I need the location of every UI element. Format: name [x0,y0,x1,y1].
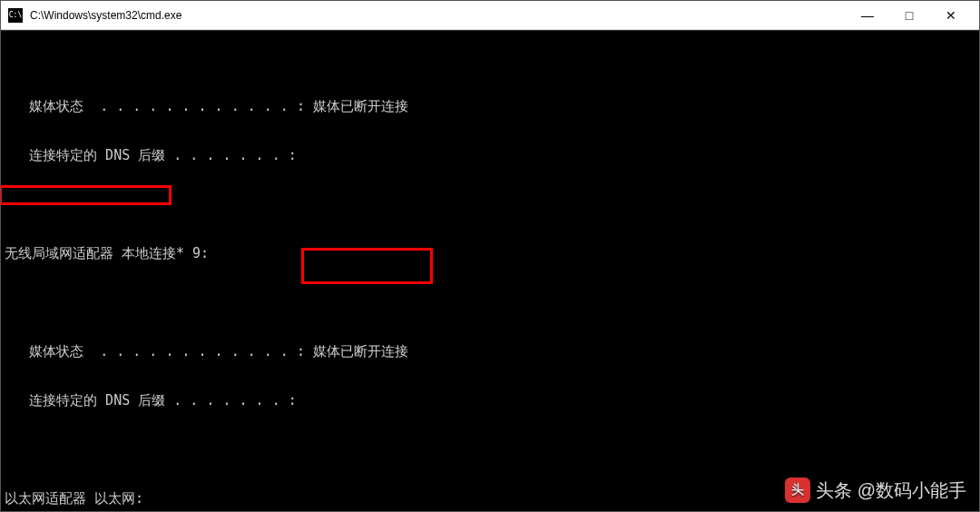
adapter-header-ethernet: 以太网适配器 以太网: [5,490,143,507]
adapter-header: 无线局域网适配器 本地连接* 9: [5,245,209,261]
maximize-button[interactable]: □ [888,1,930,30]
media-state-label: 媒体状态 . . . . . . . . . . . . : [5,343,305,359]
terminal-output[interactable]: 媒体状态 . . . . . . . . . . . . : 媒体已断开连接 连… [1,30,979,511]
dns-suffix-label: 连接特定的 DNS 后缀 . . . . . . . : [5,392,297,409]
toutiao-logo-icon: 头 [785,478,810,503]
window-controls: — □ ✕ [847,1,972,30]
watermark: 头 头条 @数码小能手 [785,478,966,503]
media-state-value: 媒体已断开连接 [305,343,408,359]
cmd-window: C:\ C:\Windows\system32\cmd.exe — □ ✕ 媒体… [0,0,980,512]
titlebar[interactable]: C:\ C:\Windows\system32\cmd.exe — □ ✕ [1,1,979,30]
close-button[interactable]: ✕ [930,1,972,30]
media-state-value: 媒体已断开连接 [305,98,408,114]
cmd-icon: C:\ [8,8,23,23]
watermark-handle: @数码小能手 [858,478,966,503]
dns-suffix-label: 连接特定的 DNS 后缀 . . . . . . . : [5,147,297,163]
watermark-prefix: 头条 [816,478,852,503]
minimize-button[interactable]: — [847,1,888,30]
media-state-label: 媒体状态 . . . . . . . . . . . . : [5,98,305,114]
window-title: C:\Windows\system32\cmd.exe [30,9,847,22]
